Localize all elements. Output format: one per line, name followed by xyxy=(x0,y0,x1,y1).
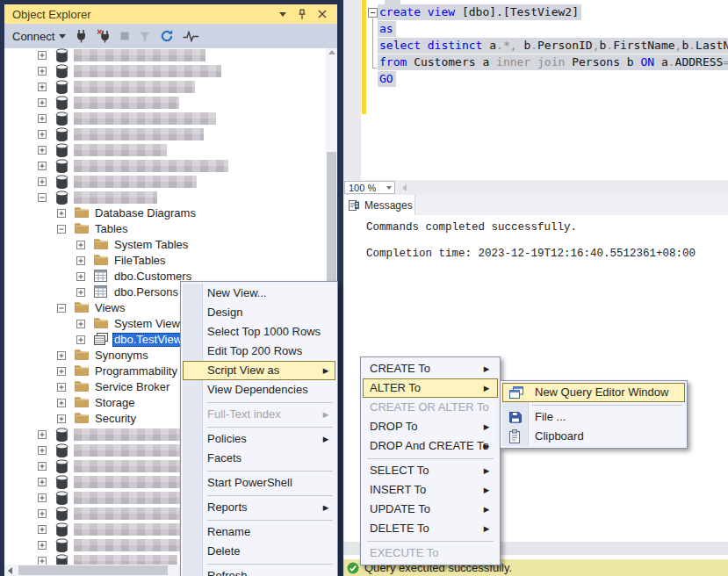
tree-label[interactable]: Security xyxy=(93,412,138,426)
tree-label-censored[interactable] xyxy=(74,65,221,77)
tree-label-censored[interactable] xyxy=(74,555,177,565)
tree-row-censored[interactable] xyxy=(4,142,326,158)
expand-icon[interactable] xyxy=(38,130,47,139)
query-editor[interactable]: create view [dbo].[TestView2]asselect di… xyxy=(343,0,728,180)
tree-label-censored[interactable] xyxy=(74,160,228,172)
expand-icon[interactable] xyxy=(76,288,85,297)
tree-label-censored[interactable] xyxy=(74,81,195,93)
tab-messages[interactable]: Messages xyxy=(343,195,415,215)
close-icon[interactable] xyxy=(318,10,327,18)
collapse-region-icon[interactable] xyxy=(368,8,378,18)
menu-item-delete-to[interactable]: DELETE To▶ xyxy=(363,519,498,538)
menu-item-alter-to[interactable]: ALTER To▶ xyxy=(363,378,498,398)
menu-item-full-text-index[interactable]: Full-Text index▶ xyxy=(183,405,335,424)
tree-row-censored[interactable] xyxy=(4,48,326,63)
tree-label[interactable]: Storage xyxy=(93,396,137,410)
collapse-icon[interactable] xyxy=(57,225,66,234)
tree-label[interactable]: Tables xyxy=(93,222,130,236)
zoom-level-combo[interactable]: 100 % xyxy=(344,181,395,194)
expand-icon[interactable] xyxy=(57,414,66,423)
tree-row-system-tables[interactable]: System Tables xyxy=(4,237,326,253)
menu-item-select-to[interactable]: SELECT To▶ xyxy=(363,461,498,480)
menu-item-drop-to[interactable]: DROP To▶ xyxy=(363,417,498,436)
tree-label[interactable]: Database Diagrams xyxy=(93,206,198,220)
tree-label-censored[interactable] xyxy=(74,191,157,204)
tree-label-censored[interactable] xyxy=(74,49,205,61)
tree-row-database-diagrams[interactable]: Database Diagrams xyxy=(4,205,326,221)
menu-item-script-view-as[interactable]: Script View as▶ xyxy=(183,361,335,380)
expand-icon[interactable] xyxy=(38,541,47,550)
expand-icon[interactable] xyxy=(57,209,66,218)
menu-item-facets[interactable]: Facets xyxy=(183,449,335,468)
collapse-icon[interactable] xyxy=(38,193,47,202)
tree-label[interactable]: Programmability xyxy=(93,364,179,378)
filter-icon[interactable] xyxy=(139,31,151,42)
menu-item-delete[interactable]: Delete xyxy=(183,542,335,561)
expand-icon[interactable] xyxy=(57,383,66,392)
expand-icon[interactable] xyxy=(76,272,85,281)
menu-item-start-powershell[interactable]: Start PowerShell xyxy=(183,473,335,493)
menu-item-refresh[interactable]: Refresh xyxy=(183,566,335,576)
expand-icon[interactable] xyxy=(76,335,85,344)
expand-icon[interactable] xyxy=(38,51,47,60)
expand-icon[interactable] xyxy=(38,462,47,471)
expand-icon[interactable] xyxy=(38,430,47,439)
tree-label[interactable]: Synonyms xyxy=(93,349,150,363)
menu-item-execute-to[interactable]: EXECUTE To xyxy=(363,544,498,563)
connect-plug-icon[interactable] xyxy=(75,29,88,43)
tree-label-censored[interactable] xyxy=(74,112,216,125)
expand-icon[interactable] xyxy=(38,98,47,107)
menu-item-update-to[interactable]: UPDATE To▶ xyxy=(363,500,498,519)
tree-label[interactable]: FileTables xyxy=(112,254,168,268)
tree-row-tables[interactable]: Tables xyxy=(4,221,326,237)
scrollbar-thumb[interactable] xyxy=(327,152,336,284)
menu-item-reports[interactable]: Reports▶ xyxy=(183,498,335,517)
object-explorer-titlebar[interactable]: Object Explorer xyxy=(4,4,337,24)
menu-item-select-top-1000-rows[interactable]: Select Top 1000 Rows xyxy=(183,322,335,342)
menu-item-rename[interactable]: Rename xyxy=(183,522,335,542)
tree-label[interactable]: System Views xyxy=(112,317,187,331)
tree-row-censored[interactable] xyxy=(4,126,326,142)
collapse-icon[interactable] xyxy=(57,304,66,313)
tree-row-censored[interactable] xyxy=(4,63,326,79)
window-position-icon[interactable] xyxy=(279,12,286,17)
refresh-icon[interactable] xyxy=(160,29,174,43)
tree-label-censored[interactable] xyxy=(74,144,167,156)
tree-label[interactable]: System Tables xyxy=(112,238,190,252)
expand-icon[interactable] xyxy=(38,493,47,502)
tree-label-censored[interactable] xyxy=(74,128,204,140)
connect-button[interactable]: Connect xyxy=(12,30,66,43)
tree-label[interactable]: dbo.Persons xyxy=(112,285,180,299)
tree-row-censored[interactable] xyxy=(4,95,326,111)
expand-icon[interactable] xyxy=(38,114,47,123)
menu-item-create-to[interactable]: CREATE To▶ xyxy=(363,359,498,378)
tree-label[interactable]: Views xyxy=(93,301,126,315)
expand-icon[interactable] xyxy=(76,241,85,249)
editor-horizontal-scrollbar[interactable] xyxy=(398,181,728,194)
scroll-up-icon[interactable] xyxy=(328,50,335,54)
menu-item-clipboard[interactable]: Clipboard xyxy=(502,427,685,446)
expand-icon[interactable] xyxy=(57,351,66,360)
expand-icon[interactable] xyxy=(38,67,47,76)
expand-icon[interactable] xyxy=(57,399,66,407)
tree-label-censored[interactable] xyxy=(74,523,197,536)
menu-item-insert-to[interactable]: INSERT To▶ xyxy=(363,480,498,500)
tree-row-censored[interactable] xyxy=(4,174,326,190)
expand-icon[interactable] xyxy=(76,256,85,265)
menu-item-create-or-alter-to[interactable]: CREATE OR ALTER To xyxy=(363,398,498,417)
tree-label-censored[interactable] xyxy=(74,97,179,109)
expand-icon[interactable] xyxy=(38,525,47,534)
code-area[interactable]: create view [dbo].[TestView2]asselect di… xyxy=(378,0,728,180)
scrollbar-thumb[interactable] xyxy=(18,565,168,575)
menu-item-view-dependencies[interactable]: View Dependencies xyxy=(183,380,335,400)
stop-icon[interactable] xyxy=(119,31,130,41)
expand-icon[interactable] xyxy=(38,162,47,170)
activity-monitor-icon[interactable] xyxy=(183,31,199,42)
scroll-left-icon[interactable] xyxy=(402,184,407,191)
tree-row-filetables[interactable]: FileTables xyxy=(4,253,326,269)
menu-item-edit-top-200-rows[interactable]: Edit Top 200 Rows xyxy=(183,342,335,361)
expand-icon[interactable] xyxy=(38,478,47,486)
tree-label[interactable]: dbo.TestView2 xyxy=(112,333,190,347)
tree-label[interactable]: Service Broker xyxy=(93,380,171,394)
menu-item-new-view[interactable]: New View... xyxy=(183,284,335,303)
